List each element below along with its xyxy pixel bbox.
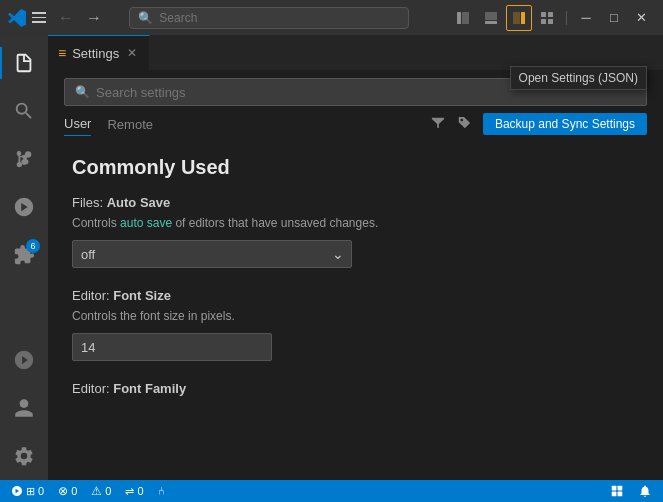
hamburger-menu-icon[interactable] bbox=[32, 10, 48, 26]
svg-rect-0 bbox=[457, 12, 461, 24]
filter-icons bbox=[427, 114, 475, 135]
svg-rect-11 bbox=[618, 486, 623, 491]
settings-tab-icon: ≡ bbox=[58, 45, 66, 61]
status-warnings[interactable]: ⚠ 0 bbox=[88, 480, 114, 502]
main-content: ≡ Settings ✕ 🔍 User Remote bbox=[48, 35, 663, 480]
sync-settings-button[interactable]: Backup and Sync Settings bbox=[483, 113, 647, 135]
close-button[interactable]: ✕ bbox=[629, 5, 655, 31]
svg-rect-10 bbox=[612, 486, 617, 491]
autosave-select-wrapper: off afterDelay onFocusChange onWindowCha… bbox=[72, 240, 352, 268]
settings-search-icon: 🔍 bbox=[75, 85, 90, 99]
fontsize-label-bold: Font Size bbox=[113, 288, 171, 303]
settings-content: Commonly Used Files: Auto Save Controls … bbox=[48, 140, 663, 480]
search-icon: 🔍 bbox=[138, 11, 153, 25]
activity-account[interactable] bbox=[0, 384, 48, 432]
error-count: 0 bbox=[71, 485, 77, 497]
status-layout[interactable] bbox=[607, 480, 627, 502]
svg-rect-6 bbox=[541, 12, 546, 17]
fontsize-description: Controls the font size in pixels. bbox=[72, 307, 639, 325]
error-icon: ⊗ bbox=[58, 484, 68, 498]
tooltip-open-settings-json: Open Settings (JSON) bbox=[510, 66, 647, 90]
fontsize-label: Editor: Font Size bbox=[72, 288, 639, 303]
setting-autosave: Files: Auto Save Controls auto save of e… bbox=[72, 195, 639, 268]
svg-rect-7 bbox=[548, 12, 553, 17]
autosave-label: Files: Auto Save bbox=[72, 195, 639, 210]
settings-header: 🔍 User Remote bbox=[48, 70, 663, 140]
svg-rect-8 bbox=[541, 19, 546, 24]
layout-sidebar-btn[interactable] bbox=[450, 5, 476, 31]
activity-bar: 6 bbox=[0, 35, 48, 480]
extensions-badge: 6 bbox=[26, 239, 40, 253]
layout-right-sidebar-btn[interactable] bbox=[506, 5, 532, 31]
maximize-button[interactable]: □ bbox=[601, 5, 627, 31]
svg-rect-1 bbox=[462, 12, 469, 24]
ports-icon: ⇌ bbox=[125, 485, 134, 498]
status-errors[interactable]: ⊗ 0 bbox=[55, 480, 80, 502]
svg-rect-4 bbox=[513, 12, 520, 24]
svg-rect-2 bbox=[485, 12, 497, 20]
settings-tab-close[interactable]: ✕ bbox=[125, 45, 139, 61]
svg-rect-5 bbox=[521, 12, 525, 24]
title-search-bar[interactable]: 🔍 bbox=[129, 7, 409, 29]
svg-rect-13 bbox=[618, 492, 623, 497]
tab-user[interactable]: User bbox=[64, 112, 91, 136]
status-broadcast[interactable]: ⑃ bbox=[155, 480, 168, 502]
titlebar-actions: ─ □ ✕ bbox=[450, 5, 655, 31]
titlebar-left: ← → bbox=[8, 6, 106, 30]
explorer-icon bbox=[12, 51, 36, 75]
fontsize-label-prefix: Editor: bbox=[72, 288, 113, 303]
layout-grid-btn[interactable] bbox=[534, 5, 560, 31]
separator bbox=[566, 11, 567, 25]
autosave-description: Controls auto save of editors that have … bbox=[72, 214, 639, 232]
activity-settings[interactable] bbox=[0, 432, 48, 480]
activity-source-control[interactable] bbox=[0, 135, 48, 183]
activity-explorer[interactable] bbox=[0, 39, 48, 87]
status-remote[interactable]: ⊞ 0 bbox=[8, 480, 47, 502]
activity-run[interactable] bbox=[0, 183, 48, 231]
titlebar: ← → 🔍 bbox=[0, 0, 663, 35]
remote-icon bbox=[12, 348, 36, 372]
back-button[interactable]: ← bbox=[54, 6, 78, 30]
fontfamily-label-bold: Font Family bbox=[113, 381, 186, 396]
vscode-logo-icon bbox=[8, 9, 26, 27]
gear-icon bbox=[12, 444, 36, 468]
tooltip-text: Open Settings (JSON) bbox=[519, 71, 638, 85]
window-layout: 6 bbox=[0, 35, 663, 480]
fontsize-input[interactable] bbox=[72, 333, 272, 361]
broadcast-icon: ⑃ bbox=[158, 485, 165, 497]
forward-button[interactable]: → bbox=[82, 6, 106, 30]
status-remote-text: ⊞ 0 bbox=[26, 485, 44, 498]
setting-fontfamily: Editor: Font Family bbox=[72, 381, 639, 396]
fontfamily-label-prefix: Editor: bbox=[72, 381, 113, 396]
status-ports[interactable]: ⇌ 0 bbox=[122, 480, 146, 502]
autosave-select[interactable]: off afterDelay onFocusChange onWindowCha… bbox=[72, 240, 352, 268]
tab-remote[interactable]: Remote bbox=[107, 113, 153, 136]
svg-rect-12 bbox=[612, 492, 617, 497]
svg-rect-3 bbox=[485, 21, 497, 24]
autosave-label-prefix: Files: bbox=[72, 195, 107, 210]
settings-tab-label: Settings bbox=[72, 46, 119, 61]
remote-status-icon bbox=[11, 485, 23, 497]
minimize-button[interactable]: ─ bbox=[573, 5, 599, 31]
filter-list-btn[interactable] bbox=[427, 114, 449, 135]
account-icon bbox=[12, 396, 36, 420]
autosave-link[interactable]: auto save bbox=[120, 216, 172, 230]
toolbar-right: Backup and Sync Settings bbox=[427, 113, 647, 135]
activity-extensions[interactable]: 6 bbox=[0, 231, 48, 279]
search-icon bbox=[12, 99, 36, 123]
settings-tab[interactable]: ≡ Settings ✕ bbox=[48, 35, 150, 70]
activity-remote[interactable] bbox=[0, 336, 48, 384]
fontfamily-label: Editor: Font Family bbox=[72, 381, 639, 396]
setting-fontsize: Editor: Font Size Controls the font size… bbox=[72, 288, 639, 361]
layout-panel-btn[interactable] bbox=[478, 5, 504, 31]
title-search-input[interactable] bbox=[159, 11, 400, 25]
activity-search[interactable] bbox=[0, 87, 48, 135]
tab-bar: ≡ Settings ✕ bbox=[48, 35, 663, 70]
status-notifications[interactable] bbox=[635, 480, 655, 502]
filter-tag-btn[interactable] bbox=[453, 114, 475, 135]
warning-count: 0 bbox=[105, 485, 111, 497]
autosave-label-bold: Auto Save bbox=[107, 195, 171, 210]
settings-toolbar: User Remote bbox=[64, 112, 647, 136]
notification-icon bbox=[638, 484, 652, 498]
svg-rect-9 bbox=[548, 19, 553, 24]
